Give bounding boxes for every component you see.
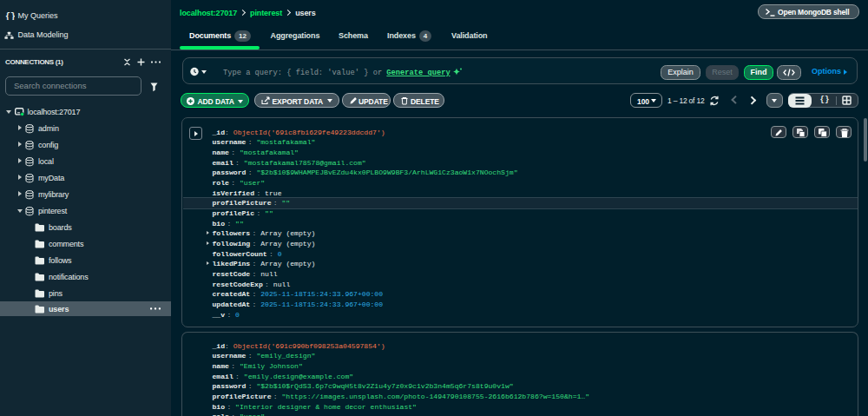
- svg-text:{}: {}: [5, 12, 15, 21]
